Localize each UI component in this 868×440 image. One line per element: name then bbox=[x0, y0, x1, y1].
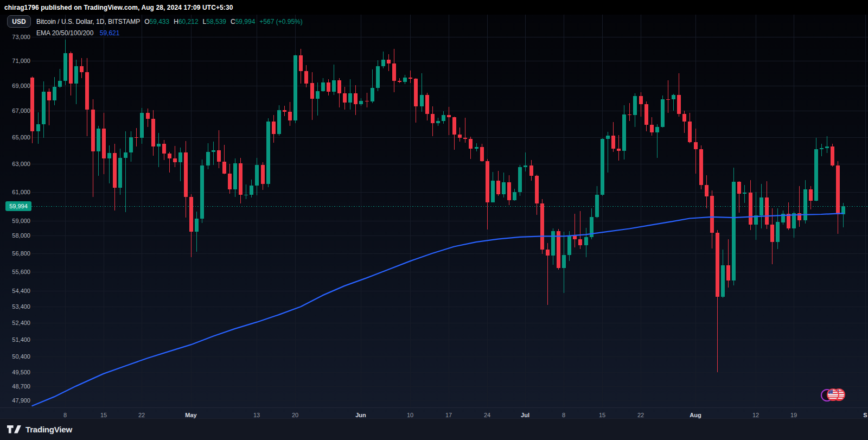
indicator-value: 59,621 bbox=[100, 29, 120, 37]
x-axis-label: 12 bbox=[752, 411, 759, 418]
candle bbox=[30, 76, 34, 143]
candle bbox=[754, 192, 758, 240]
candle bbox=[74, 60, 78, 104]
candle bbox=[184, 141, 188, 218]
tradingview-logo-icon[interactable] bbox=[7, 425, 21, 433]
candle bbox=[486, 159, 489, 229]
candle bbox=[140, 108, 144, 144]
candle bbox=[233, 158, 237, 197]
x-axis-label: 15 bbox=[100, 411, 107, 418]
candle bbox=[809, 186, 813, 209]
candle bbox=[726, 239, 730, 288]
candle bbox=[244, 184, 248, 199]
ohlc-low: L58,539 bbox=[203, 18, 226, 25]
ohlc-open: O59,433 bbox=[144, 18, 169, 25]
currency-toggle-button[interactable]: USD bbox=[7, 15, 31, 28]
x-axis-label: 22 bbox=[637, 411, 644, 418]
tradingview-brand-text[interactable]: TradingView bbox=[25, 425, 72, 434]
candle bbox=[507, 175, 511, 205]
candle bbox=[595, 186, 599, 218]
x-axis-label: 8 bbox=[63, 411, 67, 418]
candle bbox=[513, 189, 516, 201]
x-axis-label: S bbox=[863, 411, 867, 418]
x-axis-label: Jul bbox=[521, 411, 529, 418]
x-axis-label: 20 bbox=[292, 411, 298, 418]
candle bbox=[452, 117, 456, 150]
x-axis-label: 19 bbox=[790, 411, 797, 418]
candle bbox=[348, 79, 352, 110]
candle bbox=[535, 175, 539, 215]
candle bbox=[557, 229, 560, 270]
candle bbox=[222, 145, 226, 174]
candle bbox=[781, 211, 785, 225]
candle bbox=[310, 72, 314, 120]
candle bbox=[47, 88, 51, 125]
candle bbox=[765, 181, 769, 229]
candle bbox=[749, 180, 752, 230]
candle bbox=[266, 118, 270, 188]
candle bbox=[212, 142, 215, 164]
candle bbox=[293, 55, 297, 123]
candle bbox=[606, 132, 610, 173]
candle bbox=[458, 127, 462, 142]
candle bbox=[524, 152, 527, 171]
candle bbox=[814, 138, 818, 201]
candle bbox=[157, 133, 161, 167]
candle bbox=[409, 71, 412, 83]
candle bbox=[146, 109, 150, 127]
candle bbox=[63, 40, 67, 85]
candle bbox=[770, 208, 774, 264]
candle bbox=[332, 65, 336, 95]
candle bbox=[442, 111, 445, 124]
x-axis-label: Jun bbox=[355, 411, 366, 418]
candle bbox=[529, 160, 533, 181]
candle bbox=[91, 99, 95, 197]
candle bbox=[601, 138, 604, 196]
candle bbox=[672, 94, 675, 110]
publisher-info-text: chirag1796 published on TradingView.com,… bbox=[4, 4, 233, 11]
candle bbox=[327, 79, 330, 95]
candle bbox=[255, 158, 259, 195]
candle bbox=[299, 49, 303, 84]
reaction-badges[interactable] bbox=[821, 387, 847, 403]
price-chart-canvas[interactable] bbox=[0, 15, 868, 418]
chart-area[interactable]: 73,00071,00069,00067,00065,00063,00061,0… bbox=[0, 15, 868, 418]
grid bbox=[0, 15, 868, 408]
candle bbox=[162, 140, 166, 160]
candle bbox=[359, 98, 363, 106]
candle bbox=[639, 92, 643, 117]
candle bbox=[644, 101, 648, 131]
candle bbox=[217, 130, 221, 168]
candle bbox=[463, 118, 467, 143]
x-axis-label: 15 bbox=[599, 411, 605, 418]
candle bbox=[551, 228, 555, 265]
candle bbox=[261, 162, 265, 190]
candle bbox=[491, 172, 495, 202]
candle bbox=[36, 112, 40, 144]
candle bbox=[239, 158, 242, 203]
candle bbox=[206, 143, 210, 170]
candle bbox=[716, 230, 719, 372]
candle bbox=[611, 122, 615, 152]
candle bbox=[776, 208, 780, 249]
candle bbox=[228, 164, 232, 193]
price-change: +567 (+0.95%) bbox=[259, 18, 302, 25]
candle bbox=[502, 173, 506, 197]
x-axis-label: 22 bbox=[138, 411, 145, 418]
x-axis-label: 24 bbox=[484, 411, 490, 418]
candle bbox=[732, 168, 736, 285]
candle bbox=[699, 145, 703, 189]
candle bbox=[304, 65, 308, 88]
footer-bar: TradingView bbox=[0, 418, 868, 440]
x-axis-label: 10 bbox=[407, 411, 413, 418]
reaction-badge-flag-icon-1[interactable] bbox=[827, 388, 839, 401]
chart-legend: USD Bitcoin / U.S. Dollar, 1D, BITSTAMP … bbox=[7, 15, 303, 37]
candle bbox=[475, 143, 478, 151]
candle bbox=[682, 111, 686, 133]
last-price-label: 59,994 bbox=[5, 201, 31, 211]
candle bbox=[496, 171, 500, 195]
x-axis-label: 8 bbox=[562, 411, 565, 418]
candle bbox=[540, 199, 544, 254]
candle bbox=[469, 137, 473, 159]
candle bbox=[371, 69, 374, 103]
